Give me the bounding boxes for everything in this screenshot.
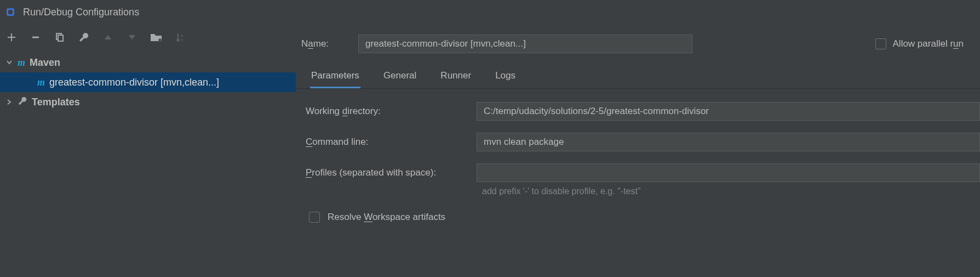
allow-parallel-label: Allow parallel run <box>893 38 964 49</box>
tree-label: Templates <box>32 97 80 108</box>
sort-az-icon[interactable]: az <box>174 31 186 43</box>
name-input[interactable] <box>358 35 692 53</box>
name-label: Name: <box>301 38 345 49</box>
chevron-down-icon <box>5 59 13 66</box>
remove-icon[interactable] <box>30 31 42 43</box>
svg-text:z: z <box>181 37 183 42</box>
move-up-icon[interactable] <box>102 31 114 43</box>
tab-logs[interactable]: Logs <box>494 70 517 88</box>
tab-runner[interactable]: Runner <box>439 70 472 88</box>
working-directory-label: Working directory: <box>306 106 470 117</box>
svg-rect-1 <box>8 10 13 14</box>
allow-parallel-run[interactable]: Allow parallel run <box>875 38 964 49</box>
command-line-label: Command line: <box>306 137 470 148</box>
profiles-label: Profiles (separated with space): <box>306 167 470 178</box>
config-editor: Name: Allow parallel run Parameters Gene… <box>296 24 980 277</box>
checkbox-icon[interactable] <box>875 38 886 49</box>
maven-icon: m <box>37 77 45 88</box>
tab-parameters[interactable]: Parameters <box>310 70 360 88</box>
configurations-panel: az m Maven m greatest-common-divisor [mv… <box>0 24 296 277</box>
resolve-workspace-label: Resolve Workspace artifacts <box>328 212 445 223</box>
svg-rect-3 <box>58 35 63 41</box>
maven-icon: m <box>18 57 25 69</box>
title-bar: Run/Debug Configurations <box>0 0 980 24</box>
config-tabs: Parameters General Runner Logs <box>296 56 980 89</box>
tree-node-maven[interactable]: m Maven <box>0 53 296 72</box>
app-icon <box>4 6 16 18</box>
copy-icon[interactable] <box>54 31 66 43</box>
profiles-input[interactable] <box>477 163 980 182</box>
working-directory-input[interactable] <box>477 102 980 121</box>
add-icon[interactable] <box>5 31 18 43</box>
move-down-icon[interactable] <box>126 31 138 43</box>
tree-label: Maven <box>30 57 60 69</box>
checkbox-icon[interactable] <box>309 212 320 223</box>
wrench-icon[interactable] <box>78 31 90 43</box>
config-toolbar: az <box>0 24 296 50</box>
tree-label: greatest-common-divisor [mvn,clean...] <box>49 77 219 88</box>
window-title: Run/Debug Configurations <box>23 7 139 18</box>
wrench-icon <box>18 96 27 109</box>
profiles-hint: add prefix '-' to disable profile, e.g. … <box>306 186 980 196</box>
command-line-input[interactable] <box>477 133 980 151</box>
tree-node-config[interactable]: m greatest-common-divisor [mvn,clean...] <box>0 72 296 92</box>
parameters-form: Working directory: Command line: Profile… <box>296 89 980 223</box>
save-folder-icon[interactable] <box>150 31 162 43</box>
config-tree[interactable]: m Maven m greatest-common-divisor [mvn,c… <box>0 50 296 277</box>
tab-general[interactable]: General <box>382 70 417 88</box>
chevron-right-icon <box>5 99 13 105</box>
tree-node-templates[interactable]: Templates <box>0 92 296 112</box>
resolve-workspace-artifacts[interactable]: Resolve Workspace artifacts <box>306 212 980 223</box>
